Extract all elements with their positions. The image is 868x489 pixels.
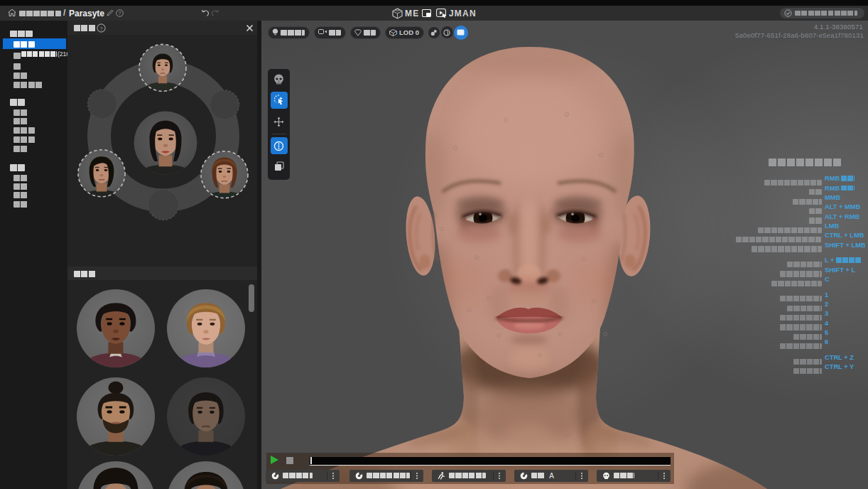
svg-text:?: ? (99, 26, 103, 32)
svg-text:?: ? (119, 11, 121, 16)
